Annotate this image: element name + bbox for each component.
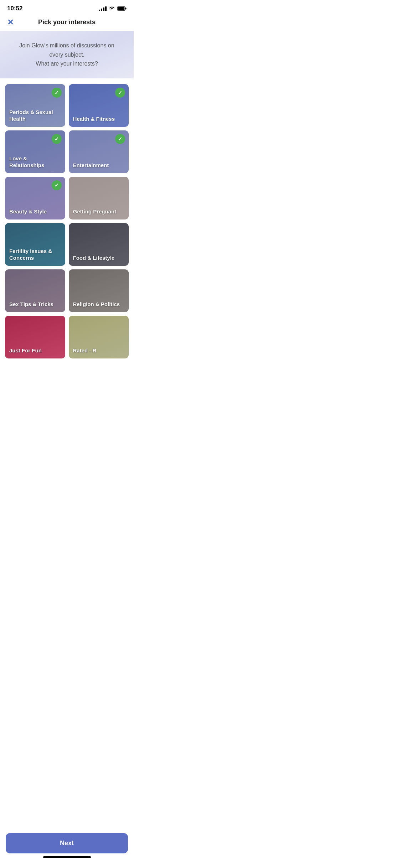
tile-label: Entertainment — [73, 162, 109, 169]
tile-beauty[interactable]: ✓Beauty & Style — [5, 177, 65, 219]
page-title: Pick your interests — [38, 19, 96, 26]
tile-label: Religion & Politics — [73, 301, 120, 308]
tile-label: Periods & Sexual Health — [9, 109, 61, 123]
tile-label: Love & Relationships — [9, 155, 61, 169]
svg-rect-1 — [118, 7, 124, 10]
selected-badge: ✓ — [52, 180, 62, 190]
tile-fun[interactable]: Just For Fun — [5, 316, 65, 358]
selected-badge: ✓ — [52, 88, 62, 98]
tile-label: Food & Lifestyle — [73, 254, 115, 262]
tile-periods[interactable]: ✓Periods & Sexual Health — [5, 84, 65, 127]
tile-label: Beauty & Style — [9, 208, 47, 215]
selected-badge: ✓ — [115, 88, 125, 98]
svg-rect-2 — [125, 8, 127, 9]
close-button[interactable]: ✕ — [7, 18, 14, 27]
tile-label: Health & Fitness — [73, 115, 115, 123]
selected-badge: ✓ — [52, 134, 62, 144]
interests-grid: ✓Periods & Sexual Health✓Health & Fitnes… — [0, 78, 134, 394]
status-icons — [99, 6, 127, 11]
tile-getting-pregnant[interactable]: Getting Pregnant — [69, 177, 129, 219]
status-bar: 10:52 — [0, 0, 134, 15]
status-time: 10:52 — [7, 5, 22, 12]
header-text: Join Glow's millions of discussions onev… — [11, 41, 123, 68]
tile-label: Rated - R — [73, 347, 97, 354]
wifi-icon — [109, 6, 115, 11]
selected-badge: ✓ — [115, 134, 125, 144]
tile-label: Fertility Issues & Concerns — [9, 248, 61, 262]
tile-label: Getting Pregnant — [73, 208, 117, 215]
tile-sex-tips[interactable]: Sex Tips & Tricks — [5, 269, 65, 312]
battery-icon — [117, 6, 127, 11]
tile-fertility[interactable]: Fertility Issues & Concerns — [5, 223, 65, 266]
tile-label: Sex Tips & Tricks — [9, 301, 53, 308]
tile-label: Just For Fun — [9, 347, 42, 354]
tile-rated-r[interactable]: Rated - R — [69, 316, 129, 358]
tile-health[interactable]: ✓Health & Fitness — [69, 84, 129, 127]
signal-icon — [99, 6, 107, 11]
header-section: Join Glow's millions of discussions onev… — [0, 31, 134, 78]
tile-religion[interactable]: Religion & Politics — [69, 269, 129, 312]
nav-bar: ✕ Pick your interests — [0, 15, 134, 31]
tile-food[interactable]: Food & Lifestyle — [69, 223, 129, 266]
tile-love[interactable]: ✓Love & Relationships — [5, 130, 65, 173]
tile-entertainment[interactable]: ✓Entertainment — [69, 130, 129, 173]
